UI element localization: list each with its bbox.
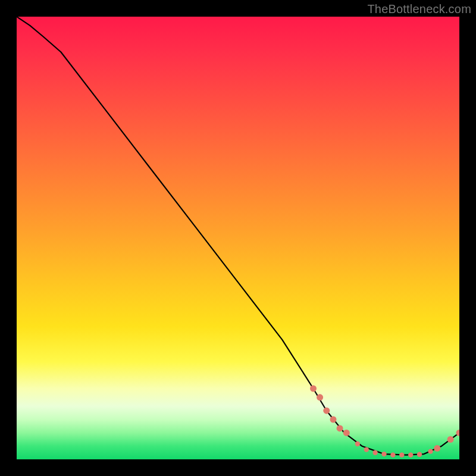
highlight-dot xyxy=(317,394,323,400)
watermark-label: TheBottleneck.com xyxy=(367,2,471,16)
highlight-dot xyxy=(364,447,369,452)
highlight-dot xyxy=(408,452,413,457)
chart-svg xyxy=(17,17,459,459)
highlight-dot xyxy=(330,416,337,423)
chart-frame: TheBottleneck.com xyxy=(0,0,476,476)
highlight-dot xyxy=(417,452,422,457)
plot-area xyxy=(17,17,459,459)
highlight-dot xyxy=(355,441,360,446)
highlight-dots-group xyxy=(310,386,459,458)
highlight-dot xyxy=(343,430,350,436)
bottleneck-curve xyxy=(17,17,459,455)
highlight-dot xyxy=(323,408,330,414)
highlight-dot xyxy=(428,449,433,453)
highlight-dot xyxy=(310,386,317,392)
highlight-dot xyxy=(399,452,404,457)
highlight-dot xyxy=(434,445,440,452)
highlight-dot xyxy=(381,452,386,456)
highlight-dot xyxy=(337,425,343,431)
highlight-dot xyxy=(447,436,454,443)
highlight-dot xyxy=(372,450,377,455)
highlight-dot xyxy=(390,452,395,457)
